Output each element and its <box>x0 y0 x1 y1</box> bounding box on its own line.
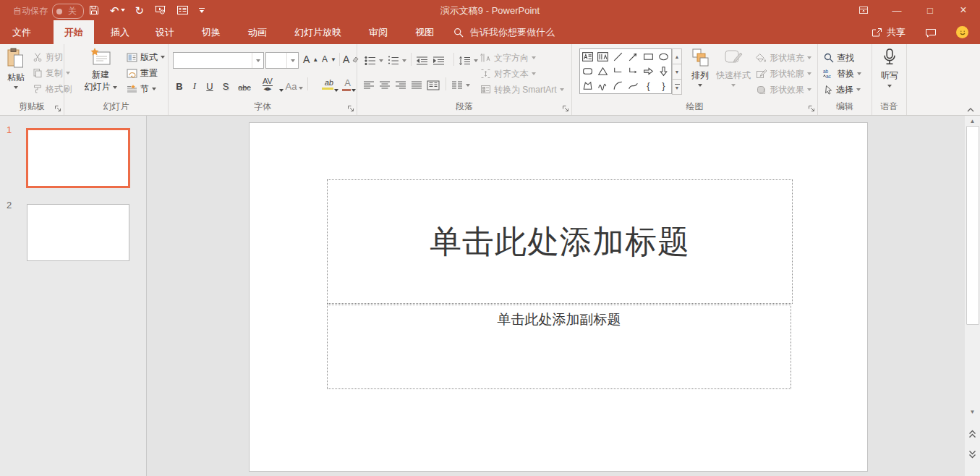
replace-button[interactable]: abac 替换 <box>822 67 861 81</box>
maximize-button[interactable]: □ <box>913 0 947 20</box>
minimize-button[interactable]: — <box>880 0 913 20</box>
highlight-button[interactable]: ab <box>312 76 333 92</box>
text-direction-caret[interactable] <box>532 56 536 59</box>
shape-fill-caret[interactable] <box>807 56 811 59</box>
gallery-more-button[interactable]: ▼ <box>672 80 682 95</box>
font-name-caret[interactable] <box>252 53 263 68</box>
previous-slide-button[interactable] <box>968 430 976 438</box>
drawing-dialog-launcher[interactable] <box>808 105 815 112</box>
new-slide-caret[interactable] <box>113 86 117 89</box>
slide-2-thumbnail[interactable] <box>27 204 129 261</box>
gallery-scroll-down-button[interactable]: ▼ <box>672 64 682 80</box>
slide-thumbnail-panel[interactable]: 1 2 <box>0 116 147 476</box>
character-spacing-button[interactable]: AV◀▶ <box>257 76 278 92</box>
paste-dropdown-caret[interactable] <box>14 86 18 89</box>
section-caret[interactable] <box>152 88 156 90</box>
shape-effects-button[interactable]: 形状效果 <box>756 82 811 97</box>
convert-smartart-button[interactable]: 转换为 SmartArt <box>480 82 564 97</box>
underline-button[interactable]: U <box>203 76 216 92</box>
find-button[interactable]: 查找 <box>824 51 854 65</box>
text-direction-button[interactable]: 文字方向 <box>480 51 536 65</box>
right-brace-shape-icon[interactable]: } <box>662 80 665 91</box>
font-color-caret[interactable] <box>351 76 357 92</box>
strikethrough-button[interactable]: abc <box>235 76 254 92</box>
gallery-scroll-up-button[interactable]: ▲ <box>672 48 682 64</box>
font-size-combo[interactable] <box>265 52 299 69</box>
tab-home[interactable]: 开始 <box>54 20 94 44</box>
decrease-font-button[interactable]: A▼ <box>322 52 336 67</box>
numbering-caret[interactable] <box>402 59 406 62</box>
align-text-caret[interactable] <box>532 72 536 75</box>
triangle-shape-icon[interactable] <box>597 65 609 77</box>
tab-design[interactable]: 设计 <box>145 20 185 44</box>
collapse-ribbon-button[interactable] <box>966 107 975 113</box>
paragraph-dialog-launcher[interactable] <box>562 105 569 112</box>
tab-transitions[interactable]: 切换 <box>191 20 231 44</box>
bullets-button[interactable] <box>365 54 383 68</box>
align-text-button[interactable]: 对齐文本 <box>480 67 536 81</box>
tab-slideshow[interactable]: 幻灯片放映 <box>284 20 352 44</box>
distributed-button[interactable] <box>427 78 440 93</box>
clipboard-dialog-launcher[interactable] <box>54 105 61 112</box>
left-brace-shape-icon[interactable]: { <box>647 80 649 91</box>
text-shadow-button[interactable]: S <box>219 76 232 92</box>
close-button[interactable]: × <box>947 0 980 20</box>
arc-shape-icon[interactable] <box>612 80 624 92</box>
new-slide-button[interactable]: 新建 幻灯片 <box>82 48 119 93</box>
highlight-caret[interactable] <box>333 76 339 92</box>
line-spacing-caret[interactable] <box>474 59 478 62</box>
share-button[interactable]: 共享 <box>871 26 906 39</box>
tab-file[interactable]: 文件 <box>0 20 43 44</box>
dictate-caret[interactable] <box>887 85 892 88</box>
cut-button[interactable]: 剪切 <box>33 50 63 64</box>
shape-outline-button[interactable]: 形状轮廓 <box>756 67 811 81</box>
replace-caret[interactable] <box>857 72 861 75</box>
align-left-button[interactable] <box>363 78 375 93</box>
font-size-caret[interactable] <box>286 53 298 68</box>
tab-view[interactable]: 视图 <box>404 20 445 44</box>
elbow-connector-shape-icon[interactable] <box>612 65 624 77</box>
scroll-up-arrow[interactable]: ▲ <box>965 118 980 124</box>
elbow-arrow-connector-shape-icon[interactable] <box>627 65 639 77</box>
select-caret[interactable] <box>856 88 861 91</box>
shape-fill-button[interactable]: 形状填充 <box>756 51 811 65</box>
bold-button[interactable]: B <box>173 76 186 92</box>
arrow-shape-icon[interactable] <box>627 51 639 63</box>
scroll-down-arrow[interactable]: ▼ <box>965 409 980 415</box>
select-button[interactable]: 选择 <box>824 82 861 97</box>
arrange-button[interactable]: 排列 <box>686 48 714 87</box>
increase-indent-button[interactable] <box>433 54 445 68</box>
shapes-gallery[interactable]: { } <box>579 48 672 94</box>
bullets-caret[interactable] <box>379 59 383 62</box>
down-arrow-shape-icon[interactable] <box>657 65 670 77</box>
columns-caret[interactable] <box>466 84 470 87</box>
scrollbar-thumb[interactable] <box>966 126 979 325</box>
line-shape-icon[interactable] <box>612 51 624 63</box>
line-spacing-button[interactable] <box>459 54 478 68</box>
numbering-button[interactable] <box>388 54 406 68</box>
dictate-button[interactable]: 听写 <box>876 48 903 88</box>
slide-1-thumbnail[interactable] <box>26 128 130 188</box>
align-right-button[interactable] <box>395 78 406 93</box>
right-arrow-shape-icon[interactable] <box>642 65 655 77</box>
increase-font-button[interactable]: A▲ <box>303 52 318 67</box>
vertical-scrollbar[interactable]: ▲ ▼ <box>965 116 980 476</box>
text-box-shape-icon[interactable] <box>581 51 594 63</box>
shape-effects-caret[interactable] <box>807 88 811 91</box>
rounded-rectangle-shape-icon[interactable] <box>581 65 594 77</box>
rectangle-shape-icon[interactable] <box>642 51 655 63</box>
arrange-caret[interactable] <box>698 84 702 87</box>
tell-me-search[interactable]: 告诉我你想要做什么 <box>453 20 555 44</box>
smartart-caret[interactable] <box>560 88 564 91</box>
font-name-combo[interactable] <box>173 52 264 69</box>
curve-shape-icon[interactable] <box>627 80 639 92</box>
reset-button[interactable]: 重置 <box>127 66 158 80</box>
justify-button[interactable] <box>411 78 422 93</box>
tab-review[interactable]: 审阅 <box>358 20 399 44</box>
layout-caret[interactable] <box>161 56 165 59</box>
freeform-shape-icon[interactable] <box>581 80 594 92</box>
font-color-button[interactable]: A <box>341 76 351 92</box>
layout-button[interactable]: 版式 <box>127 50 165 64</box>
tab-insert[interactable]: 插入 <box>100 20 140 44</box>
ribbon-display-options-button[interactable] <box>847 0 880 20</box>
